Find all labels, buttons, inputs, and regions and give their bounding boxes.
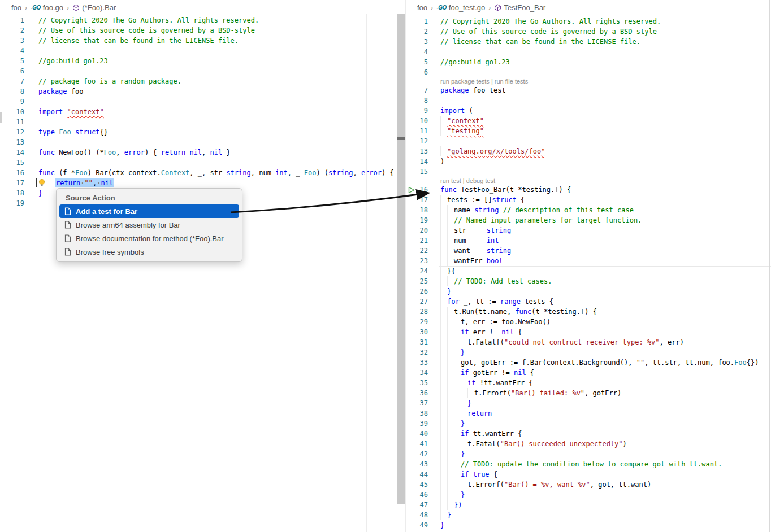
line-number[interactable]: 41 [406, 439, 428, 449]
line-number[interactable]: 17 [0, 178, 24, 188]
line-number[interactable]: 27 [406, 296, 428, 307]
code-line[interactable]: 44if true { [406, 469, 771, 479]
line-number[interactable]: 37 [406, 398, 428, 408]
code-line[interactable]: 6 [406, 67, 771, 77]
code-line[interactable]: 26} [406, 286, 771, 296]
line-number[interactable]: 4 [406, 47, 428, 57]
line-number[interactable]: 23 [406, 256, 428, 266]
line-number[interactable]: 42 [406, 449, 428, 459]
code-line[interactable]: 48} [406, 510, 771, 520]
code-line[interactable]: 10import "context" [0, 107, 406, 117]
code-line[interactable]: 31t.Fatalf("could not contruct receiver … [406, 337, 771, 347]
menu-item[interactable]: Browse arm64 assembly for Bar [59, 218, 239, 232]
line-number[interactable]: 19 [0, 198, 24, 208]
code-line[interactable]: 43// TODO: update the condition below to… [406, 459, 771, 469]
breadcrumb-segment[interactable]: -GOfoo.go [31, 3, 63, 12]
code-line[interactable]: 24}{ [406, 266, 771, 276]
line-number[interactable]: 26 [406, 286, 428, 296]
line-number[interactable]: 3 [406, 37, 428, 47]
line-number[interactable]: 15 [0, 158, 24, 168]
line-number[interactable]: 32 [406, 347, 428, 357]
code-line[interactable]: 28t.Run(tt.name, func(t *testing.T) { [406, 307, 771, 317]
code-line[interactable]: 42} [406, 449, 771, 459]
line-number[interactable]: 22 [406, 246, 428, 256]
code-line[interactable]: 22want string [406, 246, 771, 256]
codelens-link[interactable]: run package tests [440, 78, 490, 85]
code-line[interactable]: 5//go:build go1.23 [406, 57, 771, 67]
code-line[interactable]: 33got, gotErr := f.Bar(context.Backgroun… [406, 357, 771, 368]
line-number[interactable]: 48 [406, 510, 428, 520]
code-line[interactable]: 2// Use of this source code is governed … [406, 27, 771, 37]
codelens-link[interactable]: run file tests [495, 78, 528, 85]
line-number[interactable]: 40 [406, 429, 428, 439]
line-number[interactable]: 2 [0, 25, 24, 36]
code-line[interactable]: 1// Copyright 2020 The Go Authors. All r… [406, 16, 771, 27]
code-line[interactable]: 21num int [406, 236, 771, 246]
menu-item[interactable]: Add a test for Bar [59, 204, 239, 218]
line-number[interactable]: 5 [406, 57, 428, 67]
code-line[interactable]: 46} [406, 490, 771, 500]
line-number[interactable]: 8 [0, 86, 24, 97]
line-number[interactable]: 13 [406, 146, 428, 156]
code-line[interactable]: 38return [406, 408, 771, 418]
code-line[interactable]: 1// Copyright 2020 The Go Authors. All r… [0, 15, 406, 25]
line-number[interactable]: 11 [406, 126, 428, 136]
line-number[interactable]: 43 [406, 459, 428, 469]
line-number[interactable]: 8 [406, 95, 428, 106]
code-line[interactable]: 20str string [406, 225, 771, 236]
line-number[interactable]: 11 [0, 117, 24, 127]
code-line[interactable]: 9import ( [406, 106, 771, 116]
code-line[interactable]: 6 [0, 66, 406, 76]
code-line[interactable]: 8 [406, 95, 771, 106]
line-number[interactable]: 10 [0, 107, 24, 117]
code-line[interactable]: 32} [406, 347, 771, 357]
code-line[interactable]: 13 [0, 137, 406, 147]
code-line[interactable]: 5//go:build go1.23 [0, 56, 406, 66]
codelens-link[interactable]: run test [440, 177, 461, 184]
line-number[interactable]: 6 [0, 66, 24, 76]
line-number[interactable]: 16 [0, 168, 24, 178]
line-number[interactable]: 12 [406, 136, 428, 146]
code-line[interactable]: 45t.Errorf("Bar() = %v, want %v", got, t… [406, 479, 771, 490]
line-number[interactable]: 1 [406, 16, 428, 27]
line-number[interactable]: 14 [0, 147, 24, 158]
line-number[interactable]: 29 [406, 317, 428, 327]
code-area[interactable]: 1// Copyright 2020 The Go Authors. All r… [0, 15, 406, 208]
line-number[interactable]: 24 [406, 266, 428, 276]
code-line[interactable]: 35if !tt.wantErr { [406, 378, 771, 388]
line-number[interactable]: 9 [0, 97, 24, 107]
code-area[interactable]: 1// Copyright 2020 The Go Authors. All r… [406, 16, 771, 530]
code-line[interactable]: 13"golang.org/x/tools/foo" [406, 146, 771, 156]
code-line[interactable]: 10"context" [406, 116, 771, 126]
line-number[interactable]: 46 [406, 490, 428, 500]
code-line[interactable]: 3// license that can be found in the LIC… [0, 36, 406, 46]
line-number[interactable]: 7 [406, 85, 428, 95]
breadcrumb-segment[interactable]: (*Foo).Bar [72, 3, 116, 12]
line-number[interactable]: 6 [406, 67, 428, 77]
line-number[interactable]: 18 [406, 205, 428, 215]
line-number[interactable]: 28 [406, 307, 428, 317]
code-line[interactable]: 37} [406, 398, 771, 408]
line-number[interactable]: 45 [406, 479, 428, 490]
code-line[interactable]: 17return·"",·nil [0, 178, 406, 188]
line-number[interactable]: 38 [406, 408, 428, 418]
line-number[interactable]: 19 [406, 215, 428, 225]
line-number[interactable]: 17 [406, 195, 428, 205]
code-line[interactable]: 14) [406, 156, 771, 167]
code-line[interactable]: 14func NewFoo() (*Foo, error) { return n… [0, 147, 406, 158]
code-line[interactable]: 23wantErr bool [406, 256, 771, 266]
line-number[interactable]: 35 [406, 378, 428, 388]
code-line[interactable]: 12 [406, 136, 771, 146]
breadcrumb-segment[interactable]: TestFoo_Bar [494, 3, 545, 12]
line-number[interactable]: 39 [406, 418, 428, 429]
line-number[interactable]: 4 [0, 46, 24, 56]
code-line[interactable]: 8package foo [0, 86, 406, 97]
lightbulb-icon[interactable] [38, 178, 46, 187]
code-line[interactable]: 7// package foo is a random package. [0, 76, 406, 86]
breadcrumb-segment[interactable]: foo [11, 3, 21, 12]
codelens-link[interactable]: debug test [466, 177, 495, 184]
code-line[interactable]: 15 [406, 167, 771, 177]
code-line[interactable]: 15 [0, 158, 406, 168]
code-line[interactable]: 16func (f *Foo) Bar(ctx context.Context,… [0, 168, 406, 178]
line-number[interactable]: 34 [406, 368, 428, 378]
